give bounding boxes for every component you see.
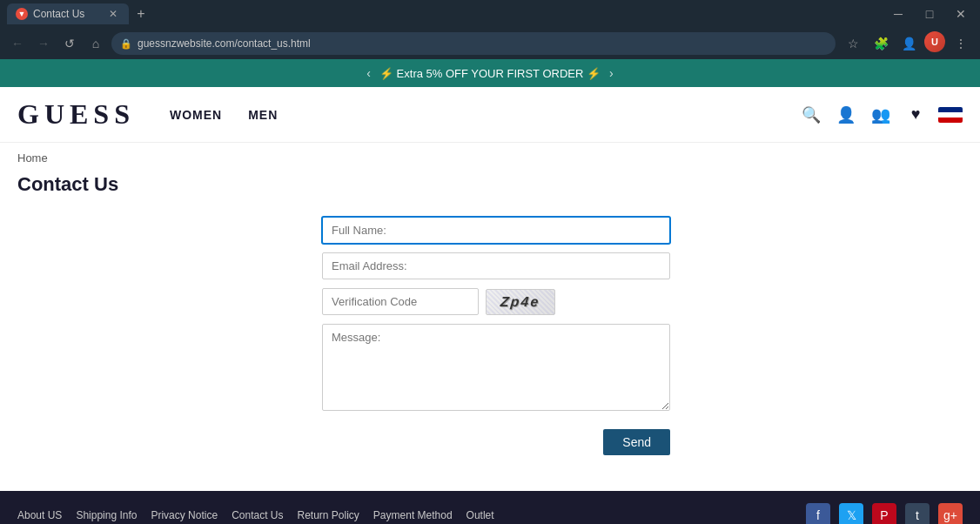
browser-actions: ☆ 🧩 👤 U ⋮ [841,31,973,56]
facebook-icon[interactable]: f [806,503,830,524]
security-lock-icon: 🔒 [120,38,132,50]
browser-addressbar: ← → ↺ ⌂ 🔒 guessnzwebsite.com/contact_us.… [0,28,980,59]
refresh-button[interactable]: ↺ [59,33,80,54]
googleplus-icon[interactable]: g+ [938,503,963,524]
promo-text: ⚡ Extra 5% OFF YOUR FIRST ORDER ⚡ [379,67,601,80]
contact-form: Zp4e Send [322,217,670,455]
address-url-text: guessnzwebsite.com/contact_us.html [138,37,827,50]
email-field [322,252,670,279]
footer-links: About US Shipping Info Privacy Notice Co… [17,509,494,521]
browser-tab[interactable]: ▼ Contact Us ✕ [7,3,129,24]
back-button[interactable]: ← [7,33,28,54]
captcha-text: Zp4e [500,294,541,310]
menu-button[interactable]: ⋮ [949,31,973,56]
site-logo[interactable]: GUESS [17,98,135,131]
footer-link-return[interactable]: Return Policy [297,509,359,521]
account-button[interactable]: 👤 [896,31,921,56]
browser-titlebar: ▼ Contact Us ✕ + ─ □ ✕ [0,0,980,28]
page-title: Contact Us [17,173,963,196]
nav-item-women[interactable]: Women [170,108,222,122]
search-icon[interactable]: 🔍 [799,103,823,127]
captcha-image[interactable]: Zp4e [486,289,555,315]
form-actions: Send [322,422,670,455]
full-name-input[interactable] [322,217,670,244]
home-button[interactable]: ⌂ [85,33,106,54]
tab-title: Contact Us [33,8,84,20]
send-button[interactable]: Send [603,429,670,455]
full-name-field [322,217,670,244]
tumblr-icon[interactable]: t [905,503,930,524]
verification-code-input[interactable] [322,288,479,315]
verification-field: Zp4e [322,288,670,315]
email-input[interactable] [322,252,670,279]
footer-link-about[interactable]: About US [17,509,62,521]
window-close-button[interactable]: ✕ [949,2,973,26]
pinterest-icon[interactable]: P [872,503,896,524]
social-icons: f 𝕏 P t g+ [806,503,963,524]
footer-link-payment[interactable]: Payment Method [373,509,453,521]
account-icon[interactable]: 👤 [834,103,858,127]
browser-chrome: ▼ Contact Us ✕ + ─ □ ✕ ← → ↺ ⌂ 🔒 guessnz… [0,0,980,59]
nav-item-men[interactable]: Men [248,108,278,122]
footer-link-shipping[interactable]: Shipping Info [76,509,137,521]
message-textarea[interactable] [322,324,670,411]
message-field [322,324,670,413]
main-content: Home Contact Us Zp4e Send [0,143,980,491]
footer-link-contact[interactable]: Contact Us [232,509,283,521]
restore-button[interactable]: □ [917,2,942,26]
forward-button[interactable]: → [33,33,54,54]
site-header: GUESS Women Men 🔍 👤 👥 ♥ [0,87,980,143]
breadcrumb: Home [17,151,963,165]
new-tab-button[interactable]: + [129,2,153,26]
minimize-button[interactable]: ─ [886,2,910,26]
promo-banner: ‹ ⚡ Extra 5% OFF YOUR FIRST ORDER ⚡ › [0,59,980,87]
footer-link-outlet[interactable]: Outlet [467,509,494,521]
tab-favicon: ▼ [16,8,28,20]
bookmark-button[interactable]: ☆ [841,31,865,56]
country-flag-icon[interactable] [938,107,963,123]
breadcrumb-home[interactable]: Home [17,151,48,165]
promo-right-arrow[interactable]: › [609,66,614,80]
tab-close-button[interactable]: ✕ [106,7,120,21]
footer-link-privacy[interactable]: Privacy Notice [151,509,218,521]
promo-left-arrow[interactable]: ‹ [366,66,371,80]
group-icon[interactable]: 👥 [869,103,893,127]
twitter-icon[interactable]: 𝕏 [839,503,863,524]
wishlist-icon[interactable]: ♥ [903,103,928,127]
site-footer: About US Shipping Info Privacy Notice Co… [0,491,980,524]
main-nav: Women Men [170,108,799,122]
header-icons: 🔍 👤 👥 ♥ [799,103,963,127]
address-bar[interactable]: 🔒 guessnzwebsite.com/contact_us.html [111,32,836,55]
extensions-button[interactable]: 🧩 [869,31,893,56]
profile-avatar[interactable]: U [924,31,945,52]
